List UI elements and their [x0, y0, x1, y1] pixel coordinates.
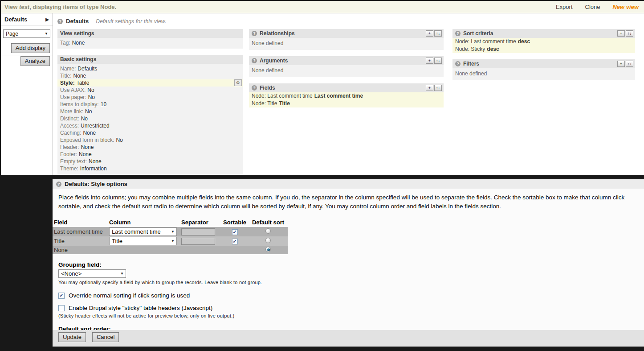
add-display-type-select[interactable]: Page ▼ — [3, 29, 50, 38]
box-title: Filters — [463, 61, 479, 67]
chevron-down-icon: ▼ — [171, 230, 175, 234]
setting-row-footer[interactable]: Footer:None — [57, 151, 243, 158]
column-select[interactable]: Last comment time ▼ — [109, 227, 177, 236]
setting-row-title[interactable]: Title:None — [57, 72, 243, 79]
setting-row-tag[interactable]: Tag:None — [57, 39, 243, 46]
default-sort-radio[interactable] — [265, 228, 271, 234]
box-title: Sort criteria — [463, 30, 493, 37]
setting-row-name[interactable]: Name:Defaults — [57, 65, 243, 72]
column-header-separator: Separator — [180, 218, 221, 227]
sidebar-item-defaults[interactable]: Defaults ▶ — [1, 13, 53, 25]
style-options-description: Place fields into columns; you may combi… — [58, 193, 638, 211]
page-title: View test, displaying items of type Node… — [4, 4, 116, 10]
clone-link[interactable]: Clone — [585, 4, 600, 10]
column-header-default-sort: Default sort — [249, 218, 288, 227]
columns-table: Field Column Separator Sortable Default … — [53, 218, 288, 254]
help-icon[interactable]: ? — [455, 61, 461, 66]
add-icon[interactable]: + — [617, 30, 625, 37]
view-settings-box: View settings Tag:None — [57, 29, 243, 49]
add-display-button[interactable]: Add display — [11, 43, 50, 53]
field-item[interactable]: Node: Last comment timeLast comment time — [249, 92, 444, 100]
display-settings-main: ? Defaults Default settings for this vie… — [53, 13, 644, 175]
rearrange-icon[interactable]: ↑↓ — [434, 85, 442, 91]
setting-row-theme[interactable]: Theme:Information — [57, 165, 243, 172]
sticky-headers-checkbox[interactable] — [58, 305, 65, 311]
rearrange-icon[interactable]: ↑↓ — [434, 58, 442, 64]
override-sorting-label: Override normal sorting if click sorting… — [69, 292, 190, 299]
rearrange-icon[interactable]: ↑↓ — [626, 61, 633, 67]
setting-row-use-ajax[interactable]: Use AJAX:No — [57, 87, 243, 94]
setting-row-distinct[interactable]: Distinct:No — [57, 115, 243, 122]
column-header-field: Field — [53, 218, 108, 227]
field-label: Last comment time — [53, 227, 108, 236]
cancel-button[interactable]: Cancel — [92, 332, 119, 342]
setting-row-use-pager[interactable]: Use pager:No — [57, 94, 243, 101]
gear-icon[interactable]: ⚙ — [234, 79, 242, 86]
column-header-sortable: Sortable — [221, 218, 249, 227]
grouping-field-select[interactable]: <None> ▼ — [58, 269, 126, 278]
export-link[interactable]: Export — [556, 4, 573, 10]
display-sidebar: Defaults ▶ Page ▼ Add display Analyze — [1, 13, 53, 175]
help-icon[interactable]: ? — [57, 19, 63, 24]
current-display-label: Defaults — [4, 16, 27, 23]
rearrange-icon[interactable]: ↑↓ — [434, 30, 442, 37]
new-view-link[interactable]: New view — [612, 4, 639, 10]
display-subtitle: Default settings for this view. — [96, 18, 166, 25]
setting-row-more-link[interactable]: More link:No — [57, 108, 243, 115]
top-links: Export Clone New view — [556, 4, 639, 10]
views-edit-workspace: Defaults ▶ Page ▼ Add display Analyze ? … — [1, 13, 644, 175]
default-sort-radio-none[interactable] — [265, 247, 271, 252]
analyze-button[interactable]: Analyze — [20, 56, 50, 66]
field-item[interactable]: Node: TitleTitle — [249, 100, 444, 107]
separator-input[interactable] — [181, 238, 215, 245]
field-label: None — [53, 246, 108, 254]
setting-row-empty-text[interactable]: Empty text:None — [57, 158, 243, 165]
help-icon[interactable]: ? — [455, 31, 461, 36]
box-title: Arguments — [260, 58, 288, 64]
box-title: View settings — [60, 30, 94, 37]
relationships-box: ? Relationships + ↑↓ None defined — [249, 29, 444, 50]
sortable-checkbox[interactable]: ✓ — [232, 239, 238, 244]
view-name: test — [19, 4, 29, 10]
setting-row-access[interactable]: Access:Unrestricted — [57, 122, 243, 129]
setting-row-header[interactable]: Header:None — [57, 144, 243, 151]
filters-box: ? Filters + ↑↓ None defined — [452, 59, 635, 80]
setting-row-items-to-display[interactable]: Items to display:10 — [57, 101, 243, 108]
title-suffix: , displaying items of type Node. — [29, 4, 116, 10]
add-icon[interactable]: + — [426, 30, 433, 37]
style-options-title: Defaults: Style options — [65, 181, 127, 187]
add-icon[interactable]: + — [426, 85, 433, 91]
sort-criteria-box: ? Sort criteria + ↑↓ Node: Last comment … — [452, 29, 635, 53]
help-icon[interactable]: ? — [252, 58, 257, 63]
sticky-headers-help: (Sticky header effects will not be activ… — [58, 313, 644, 318]
empty-text: None defined — [452, 70, 635, 78]
box-title: Basic settings — [60, 56, 96, 62]
help-icon[interactable]: ? — [252, 85, 257, 91]
separator-input[interactable] — [181, 228, 215, 235]
table-row: None — [53, 246, 288, 254]
help-icon[interactable]: ? — [56, 182, 61, 187]
chevron-down-icon: ▼ — [45, 32, 48, 36]
setting-row-caching[interactable]: Caching:None — [57, 129, 243, 136]
grouping-field-label: Grouping field: — [58, 261, 644, 268]
add-icon[interactable]: + — [617, 61, 625, 67]
top-bar: View test, displaying items of type Node… — [1, 1, 644, 13]
sort-item[interactable]: Node: Stickydesc — [452, 45, 635, 53]
add-icon[interactable]: + — [426, 58, 433, 64]
column-header-column: Column — [108, 218, 180, 227]
help-icon[interactable]: ? — [252, 31, 257, 36]
title-prefix: View — [4, 4, 17, 10]
rearrange-icon[interactable]: ↑↓ — [626, 30, 633, 37]
update-button[interactable]: Update — [58, 332, 86, 342]
table-row: Title Title ▼ ✓ — [53, 236, 288, 246]
setting-row-exposed-form[interactable]: Exposed form in block:No — [57, 136, 243, 144]
column-select[interactable]: Title ▼ — [109, 237, 177, 245]
table-row: Last comment time Last comment time ▼ ✓ — [53, 227, 288, 236]
chevron-down-icon: ▼ — [171, 239, 175, 243]
sortable-checkbox[interactable]: ✓ — [232, 229, 238, 235]
sort-item[interactable]: Node: Last comment timedesc — [452, 38, 635, 45]
box-title: Fields — [260, 85, 275, 91]
default-sort-radio[interactable] — [265, 238, 271, 243]
override-sorting-checkbox[interactable]: ✓ — [58, 293, 65, 299]
setting-row-style[interactable]: Style:Table ⚙ — [57, 79, 243, 87]
